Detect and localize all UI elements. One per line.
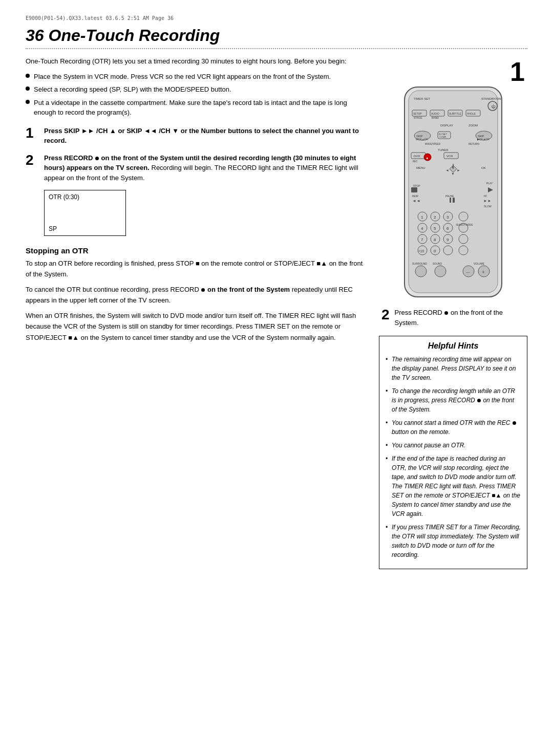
svg-text:RETURN: RETURN (469, 142, 479, 145)
list-item: Select a recording speed (SP, SLP) with … (26, 84, 364, 95)
svg-text:SETUP: SETUP (413, 112, 422, 115)
step2-text: Press RECORD on the front of the System. (395, 308, 527, 328)
otr-screen-display: OTR (0:30) SP (44, 190, 126, 236)
svg-text:1: 1 (421, 215, 423, 220)
svg-text:SKIP: SKIP (416, 135, 423, 138)
step-number: 1 (26, 126, 38, 140)
step-2: 2 Press RECORD on the front of the Syste… (26, 153, 364, 183)
helpful-hints-box: Helpful Hints The remaining recording ti… (379, 336, 527, 569)
svg-text:ZOOM: ZOOM (469, 124, 478, 127)
hint-item: To change the recording length while an … (386, 386, 521, 414)
svg-text:STANDBY/ON: STANDBY/ON (481, 97, 501, 100)
svg-text:OK: OK (481, 166, 486, 169)
step-text: Press SKIP ►► /CH ▲ or SKIP ◄◄ /CH ▼ or … (44, 126, 364, 146)
svg-text:BAND: BAND (432, 116, 439, 119)
hint-item: If the end of the tape is reached during… (386, 454, 521, 519)
svg-text:ANGLE: ANGLE (467, 112, 476, 115)
remote-control-image: TIMER SET STANDBY/ON ⏻ SETUP STAGE AUDIO… (394, 84, 512, 299)
svg-text:SUBTITLE: SUBTITLE (449, 112, 462, 115)
hints-title: Helpful Hints (386, 341, 521, 351)
svg-rect-45 (411, 187, 417, 192)
remote-area: 1 TIMER SET STANDBY/ON ⏻ SETUP STAGE AUD… (379, 56, 527, 299)
right-column: 1 TIMER SET STANDBY/ON ⏻ SETUP STAGE AUD… (379, 56, 527, 569)
svg-text:▼: ▼ (451, 172, 455, 176)
svg-point-82 (459, 246, 468, 255)
svg-text:8: 8 (434, 237, 436, 242)
svg-text:2: 2 (434, 215, 436, 220)
svg-text:0: 0 (434, 249, 436, 253)
svg-point-87 (435, 266, 446, 277)
intro-text: One-Touch Recording (OTR) lets you set a… (26, 56, 364, 67)
svg-text:FF: FF (484, 195, 487, 198)
svg-text:STOP: STOP (413, 184, 420, 187)
svg-text:VOLUME: VOLUME (474, 262, 485, 265)
hint-item: You cannot start a timed OTR with the RE… (386, 418, 521, 437)
svg-text:MENU: MENU (416, 166, 426, 169)
file-header: E9000(P01-54).QX33.latest 03.6.5 2:51 AM… (26, 15, 527, 21)
svg-text:STAGE: STAGE (414, 116, 422, 119)
step-text: Press RECORD on the front of the System … (44, 153, 364, 183)
list-item: Place the System in VCR mode. Press VCR … (26, 72, 364, 82)
page-title: 36 One-Touch Recording (26, 26, 527, 45)
bullet-icon (26, 87, 30, 91)
svg-text:DISPLAY: DISPLAY (440, 124, 453, 127)
svg-point-61 (459, 212, 468, 221)
svg-text:PLAY: PLAY (486, 182, 493, 185)
svg-text:VCR: VCR (446, 155, 453, 158)
svg-text:PAUSE: PAUSE (445, 195, 454, 198)
svg-text:WCH ▲CH: WCH ▲CH (416, 138, 428, 141)
step2-number: 2 (381, 308, 390, 322)
step-badge-1: 1 (510, 56, 525, 87)
step-1: 1 Press SKIP ►► /CH ▲ or SKIP ◄◄ /CH ▼ o… (26, 126, 364, 146)
svg-text:7: 7 (421, 237, 423, 242)
hints-list: The remaining recording time will appear… (386, 355, 521, 559)
svg-text:⏻: ⏻ (491, 104, 496, 109)
stopping-body: To stop an OTR before recording is finis… (26, 258, 364, 343)
svg-text:►►: ►► (483, 199, 492, 203)
left-column: One-Touch Recording (OTR) lets you set a… (26, 56, 364, 569)
stopping-section: Stopping an OTR To stop an OTR before re… (26, 246, 364, 343)
svg-text:+10: +10 (418, 249, 424, 253)
svg-text:◄: ◄ (445, 168, 449, 172)
svg-text:REW: REW (412, 195, 418, 198)
hint-item: The remaining recording time will appear… (386, 355, 521, 382)
step-2-right: 2 Press RECORD on the front of the Syste… (381, 308, 527, 328)
svg-text:6: 6 (446, 226, 449, 231)
svg-text:▶CH ▼CH: ▶CH ▼CH (477, 138, 489, 141)
svg-text:DVD: DVD (414, 155, 420, 158)
hint-item: If you press TIMER SET for a Timer Recor… (386, 523, 521, 559)
prerequisites-list: Place the System in VCR mode. Press VCR … (26, 72, 364, 118)
svg-text:REC: REC (413, 160, 418, 163)
svg-text:4: 4 (421, 226, 423, 231)
svg-text:AUDIO: AUDIO (431, 112, 439, 115)
svg-text:SEARCH MODE: SEARCH MODE (456, 224, 473, 226)
svg-text:9: 9 (446, 237, 449, 242)
bullet-icon (26, 74, 30, 78)
svg-text:CLEAR: CLEAR (439, 136, 446, 138)
svg-text:◄◄: ◄◄ (412, 199, 420, 203)
svg-text:TUNER: TUNER (438, 148, 449, 152)
bullet-icon (26, 100, 30, 104)
svg-text:SKIP: SKIP (478, 135, 484, 138)
svg-point-86 (415, 266, 427, 277)
list-item: Put a videotape in the cassette compartm… (26, 98, 364, 118)
svg-point-81 (443, 246, 453, 255)
svg-text:5: 5 (434, 226, 436, 231)
svg-rect-52 (451, 198, 453, 203)
svg-text:SOUND: SOUND (433, 262, 442, 265)
step-number: 2 (26, 153, 38, 167)
svg-text:►: ► (457, 168, 460, 172)
svg-text:SLOW: SLOW (484, 205, 492, 208)
svg-text:SURROUND: SURROUND (412, 262, 427, 265)
svg-text:MODE/SPEED: MODE/SPEED (425, 143, 441, 145)
svg-text:▲: ▲ (451, 165, 455, 168)
svg-text:TIMER SET: TIMER SET (414, 97, 430, 100)
svg-text:+: + (482, 269, 485, 275)
svg-text:—: — (466, 270, 470, 274)
svg-text:●: ● (426, 156, 428, 160)
stopping-heading: Stopping an OTR (26, 246, 364, 255)
svg-point-76 (459, 234, 468, 244)
hint-item: You cannot pause an OTR. (386, 441, 521, 450)
svg-text:3: 3 (446, 215, 449, 220)
